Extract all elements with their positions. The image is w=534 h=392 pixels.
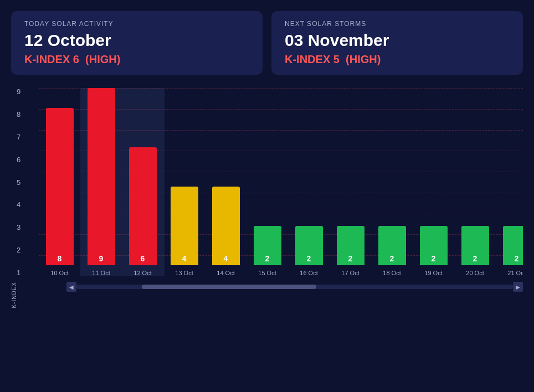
bar-value: 2 bbox=[307, 254, 311, 263]
bar-16-oct[interactable]: 2 bbox=[295, 226, 323, 265]
y-axis-label: 2 bbox=[17, 246, 20, 254]
bar-value: 2 bbox=[473, 254, 477, 263]
bar-19-oct[interactable]: 2 bbox=[420, 226, 448, 265]
bar-wrapper: 4 bbox=[210, 88, 241, 265]
next-storm-card: NEXT SOLAR STORMS 03 November K-INDEX 5 … bbox=[271, 11, 523, 75]
scrollbar-area: ◀ ▶ bbox=[39, 282, 523, 292]
bar-13-oct[interactable]: 4 bbox=[171, 187, 198, 265]
bar-wrapper: 4 bbox=[169, 88, 199, 265]
next-kindex-level: (HIGH) bbox=[346, 53, 381, 65]
bar-wrapper: 8 bbox=[44, 88, 75, 265]
next-kindex: K-INDEX 5 (HIGH) bbox=[285, 53, 510, 66]
today-label: TODAY SOLAR ACTIVITY bbox=[24, 20, 249, 28]
bar-group: 219 Oct bbox=[413, 88, 454, 276]
bar-value: 2 bbox=[265, 254, 270, 263]
today-date: 12 October bbox=[24, 31, 249, 50]
bar-group: 221 Oct bbox=[496, 88, 523, 276]
bar-date-label: 19 Oct bbox=[424, 270, 442, 276]
bar-group: 216 Oct bbox=[288, 88, 330, 276]
bar-date-label: 12 Oct bbox=[134, 270, 151, 276]
bar-value: 2 bbox=[515, 254, 519, 263]
bar-15-oct[interactable]: 2 bbox=[254, 226, 281, 265]
scrollbar-thumb[interactable] bbox=[142, 285, 316, 289]
bar-18-oct[interactable]: 2 bbox=[378, 226, 406, 265]
bar-date-label: 14 Oct bbox=[217, 270, 234, 276]
cards-row: TODAY SOLAR ACTIVITY 12 October K-INDEX … bbox=[11, 11, 523, 75]
bar-date-label: 20 Oct bbox=[466, 270, 484, 276]
bar-group: 810 Oct bbox=[39, 88, 80, 276]
bar-20-oct[interactable]: 2 bbox=[461, 226, 489, 265]
bar-group: 217 Oct bbox=[330, 88, 371, 276]
bar-date-label: 17 Oct bbox=[341, 270, 359, 276]
bars-container: 810 Oct911 Oct612 Oct413 Oct414 Oct215 O… bbox=[39, 88, 523, 276]
bar-value: 2 bbox=[348, 254, 353, 263]
bar-date-label: 10 Oct bbox=[50, 270, 68, 276]
next-kindex-text: K-INDEX 5 bbox=[285, 53, 340, 65]
kindex-axis-label: K-INDEX bbox=[11, 282, 17, 308]
chart-inner: 810 Oct911 Oct612 Oct413 Oct414 Oct215 O… bbox=[39, 88, 523, 276]
bar-group: 218 Oct bbox=[371, 88, 413, 276]
bar-wrapper: 2 bbox=[377, 88, 407, 265]
y-axis-label: 8 bbox=[17, 111, 20, 118]
today-kindex-level: (HIGH) bbox=[85, 53, 120, 65]
bar-17-oct[interactable]: 2 bbox=[337, 226, 364, 265]
bar-group: 612 Oct bbox=[122, 88, 163, 276]
today-kindex: K-INDEX 6 (HIGH) bbox=[24, 53, 249, 66]
bar-12-oct[interactable]: 6 bbox=[129, 147, 157, 265]
bar-date-label: 15 Oct bbox=[258, 270, 276, 276]
bar-date-label: 16 Oct bbox=[300, 270, 317, 276]
bar-value: 2 bbox=[432, 254, 436, 263]
bar-value: 8 bbox=[58, 254, 62, 263]
bar-group: 220 Oct bbox=[454, 88, 496, 276]
next-label: NEXT SOLAR STORMS bbox=[285, 20, 510, 28]
bar-wrapper: 2 bbox=[460, 88, 490, 265]
bar-group: 911 Oct bbox=[80, 88, 122, 276]
bar-value: 2 bbox=[390, 254, 394, 263]
scroll-left-button[interactable]: ◀ bbox=[66, 282, 76, 292]
bar-wrapper: 9 bbox=[86, 88, 116, 265]
bar-group: 414 Oct bbox=[205, 88, 247, 276]
bar-date-label: 11 Oct bbox=[92, 270, 110, 276]
scrollbar-track[interactable] bbox=[76, 285, 513, 289]
today-solar-card: TODAY SOLAR ACTIVITY 12 October K-INDEX … bbox=[11, 11, 263, 75]
y-axis: 987654321 bbox=[17, 88, 20, 276]
bar-10-oct[interactable]: 8 bbox=[46, 108, 74, 265]
y-axis-label: 6 bbox=[17, 156, 20, 163]
bar-wrapper: 2 bbox=[418, 88, 449, 265]
bar-14-oct[interactable]: 4 bbox=[212, 187, 240, 265]
bar-date-label: 21 Oct bbox=[507, 270, 523, 276]
bar-group: 413 Oct bbox=[163, 88, 205, 276]
y-axis-label: 1 bbox=[17, 269, 20, 276]
y-axis-label: 9 bbox=[17, 88, 20, 95]
scroll-right-button[interactable]: ▶ bbox=[513, 282, 523, 292]
bar-wrapper: 6 bbox=[127, 88, 158, 265]
chart-area: 987654321 810 Oct911 Oct612 Oct413 Oct41… bbox=[11, 88, 523, 325]
bar-value: 6 bbox=[141, 254, 145, 263]
today-kindex-text: K-INDEX 6 bbox=[24, 53, 79, 65]
bar-wrapper: 2 bbox=[501, 88, 523, 265]
chart-body: 810 Oct911 Oct612 Oct413 Oct414 Oct215 O… bbox=[39, 88, 523, 276]
y-axis-label: 4 bbox=[17, 201, 20, 208]
bar-11-oct[interactable]: 9 bbox=[88, 88, 115, 265]
next-date: 03 November bbox=[285, 31, 510, 50]
bar-wrapper: 2 bbox=[252, 88, 283, 265]
bar-date-label: 18 Oct bbox=[383, 270, 400, 276]
y-axis-label: 7 bbox=[17, 133, 20, 141]
bar-date-label: 13 Oct bbox=[175, 270, 193, 276]
bar-21-oct[interactable]: 2 bbox=[503, 226, 523, 265]
bar-wrapper: 2 bbox=[335, 88, 366, 265]
main-container: TODAY SOLAR ACTIVITY 12 October K-INDEX … bbox=[0, 0, 534, 392]
y-axis-label: 3 bbox=[17, 224, 20, 231]
bar-value: 9 bbox=[99, 254, 104, 263]
bar-value: 4 bbox=[224, 254, 228, 263]
y-axis-label: 5 bbox=[17, 179, 20, 186]
bar-wrapper: 2 bbox=[294, 88, 324, 265]
bar-value: 4 bbox=[182, 254, 187, 263]
bar-group: 215 Oct bbox=[247, 88, 288, 276]
